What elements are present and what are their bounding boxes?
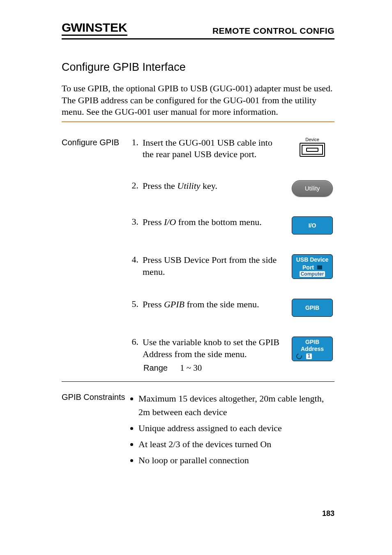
page-header: GWINSTEK REMOTE CONTROL CONFIG xyxy=(62,21,334,39)
list-item: At least 2/3 of the devices turned On xyxy=(138,437,334,451)
range-label: Range xyxy=(143,363,168,373)
list-item: No loop or parallel connection xyxy=(138,453,334,467)
usb-device-port-icon: Device xyxy=(300,137,325,157)
step-text: Insert the GUG-001 USB cable into the re… xyxy=(143,137,286,160)
step-2: 2. Press the Utility key. Utility xyxy=(129,180,334,197)
step-text: Press I/O from the bottom menu. xyxy=(143,216,286,228)
softkey-line2: Port xyxy=(302,264,314,271)
brand-part2: INSTEK xyxy=(82,21,127,34)
step-text-post: from the side menu. xyxy=(184,299,259,309)
device-label: Device xyxy=(300,137,325,142)
step-text-italic: I/O xyxy=(164,217,176,227)
section-divider xyxy=(62,121,334,122)
port-glyph-icon xyxy=(317,265,322,269)
usb-device-port-softkey-icon: USB Device Port Computer xyxy=(292,254,333,279)
variable-knob-icon xyxy=(295,352,303,360)
step-number: 4. xyxy=(129,254,138,265)
step-number: 3. xyxy=(129,216,138,227)
section-title: Configure GPIB Interface xyxy=(62,61,334,74)
step-text-pre: Press xyxy=(143,299,164,309)
utility-key-icon: Utility xyxy=(292,180,333,197)
step-text: Use the variable knob to set the GPIB Ad… xyxy=(143,337,286,360)
softkey-address-value: 1 xyxy=(306,353,312,359)
step-text-pre: Press xyxy=(143,217,164,227)
range-row: Range 1 ~ 30 xyxy=(143,363,334,373)
constraints-list: Maximum 15 devices altogether, 20m cable… xyxy=(129,392,334,469)
list-item: Unique address assigned to each device xyxy=(138,421,334,435)
configure-label: Configure GPIB xyxy=(62,137,129,147)
gpib-address-softkey-icon: GPIB Address 1 xyxy=(292,337,333,361)
step-text-post: from the bottom menu. xyxy=(176,217,261,227)
step-number: 5. xyxy=(129,299,138,309)
io-softkey-icon: I/O xyxy=(292,216,333,235)
step-1: 1. Insert the GUG-001 USB cable into the… xyxy=(129,137,334,160)
step-text: Press USB Device Port from the side menu… xyxy=(143,254,286,278)
brand-part1: GW xyxy=(62,21,82,34)
softkey-computer-tag: Computer xyxy=(300,271,325,277)
constraints-block: GPIB Constraints Maximum 15 devices alto… xyxy=(62,392,334,469)
step-text-post: key. xyxy=(201,181,217,191)
configure-block: Configure GPIB 1. Insert the GUG-001 USB… xyxy=(62,137,334,376)
list-item: Maximum 15 devices altogether, 20m cable… xyxy=(138,392,334,419)
step-number: 2. xyxy=(129,180,138,191)
gpib-softkey-icon: GPIB xyxy=(292,299,333,317)
step-text: Press the Utility key. xyxy=(143,180,286,192)
step-number: 1. xyxy=(129,137,138,148)
header-title: REMOTE CONTROL CONFIG xyxy=(212,26,334,36)
step-text-pre: Use the variable knob to set the GPIB Ad… xyxy=(143,337,279,359)
step-number: 6. xyxy=(129,337,138,347)
softkey-line1: USB Device xyxy=(296,256,329,263)
step-text: Press GPIB from the side menu. xyxy=(143,299,286,311)
step-5: 5. Press GPIB from the side menu. GPIB xyxy=(129,299,334,317)
step-text-pre: Press USB Device Port from the side menu… xyxy=(143,255,277,277)
page-number: 183 xyxy=(322,509,334,518)
step-text-italic: Utility xyxy=(177,181,200,191)
range-value: 1 ~ 30 xyxy=(180,363,202,373)
step-text-italic: GPIB xyxy=(164,299,184,309)
step-3: 3. Press I/O from the bottom menu. I/O xyxy=(129,216,334,235)
step-text-pre: Insert the GUG-001 USB cable into the re… xyxy=(143,137,272,160)
step-text-pre: Press the xyxy=(143,181,177,191)
step-4: 4. Press USB Device Port from the side m… xyxy=(129,254,334,279)
softkey-line1: GPIB Address xyxy=(294,339,331,353)
brand-logo: GWINSTEK xyxy=(62,21,127,36)
constraints-label: GPIB Constraints xyxy=(62,392,129,402)
table-divider xyxy=(62,381,334,382)
step-6: 6. Use the variable knob to set the GPIB… xyxy=(129,337,334,361)
intro-paragraph: To use GPIB, the optional GPIB to USB (G… xyxy=(62,83,334,118)
